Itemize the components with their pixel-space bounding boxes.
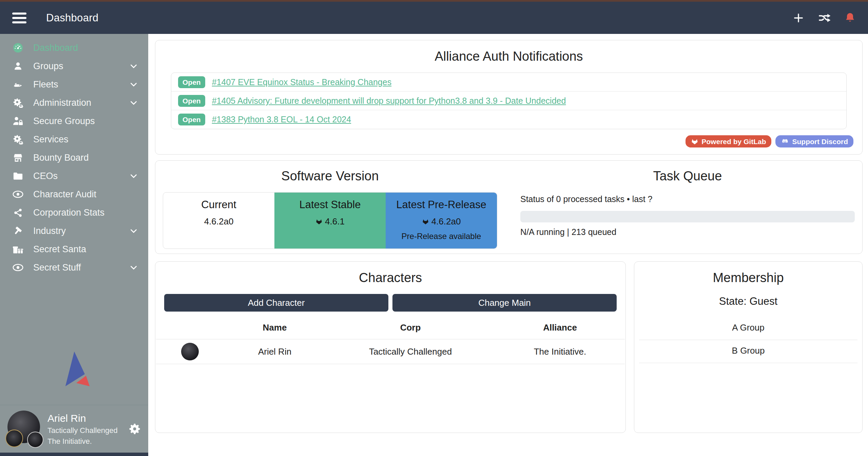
sidebar-item-services[interactable]: Services	[0, 130, 148, 148]
cogs-icon	[10, 98, 26, 108]
discord-icon	[781, 138, 789, 145]
shuffle-icon[interactable]	[818, 12, 831, 24]
sidebar-item-secure-groups[interactable]: Secure Groups	[0, 112, 148, 130]
status-badge: Open	[178, 95, 205, 107]
shuttle-icon	[10, 80, 26, 89]
gitlab-icon	[315, 218, 323, 225]
sidebar-item-secret-santa[interactable]: Secret Santa	[0, 240, 148, 258]
sidebar-item-label: Corporation Stats	[33, 207, 104, 218]
user-corp: Tactically Challenged	[47, 426, 118, 435]
plus-icon[interactable]	[793, 12, 804, 24]
notification-row: Open #1407 EVE Equinox Status - Breaking…	[171, 73, 846, 92]
user-lock-icon	[10, 116, 26, 126]
sidebar-item-dashboard[interactable]: Dashboard	[0, 39, 148, 57]
page-title: Dashboard	[46, 12, 98, 24]
hammer-icon	[10, 226, 26, 236]
characters-panel: Characters Add Character Change Main Nam…	[155, 261, 626, 433]
table-row: Ariel Rin Tactically Challenged The Init…	[156, 339, 625, 364]
notification-link[interactable]: #1407 EVE Equinox Status - Breaking Chan…	[212, 77, 392, 87]
version-prerelease-value: 4.6.2a0	[431, 216, 461, 227]
task-queue-counts: N/A running | 213 queued	[520, 227, 855, 237]
notification-row: Open #1405 Advisory: Future development …	[171, 92, 846, 110]
main-content: Alliance Auth Notifications Open #1407 E…	[148, 34, 868, 456]
avatar	[7, 411, 41, 447]
prerelease-note: Pre-Release available	[386, 232, 497, 241]
column-header-corp: Corp	[326, 320, 495, 339]
sidebar-item-label: Fleets	[33, 79, 58, 90]
character-avatar	[181, 343, 199, 360]
version-stable-label: Latest Stable	[274, 199, 386, 211]
sidebar-item-groups[interactable]: Groups	[0, 57, 148, 75]
characters-table: Name Corp Alliance Ariel Rin Tactically …	[156, 320, 625, 364]
version-current-label: Current	[163, 199, 274, 211]
cogs-icon	[10, 134, 26, 144]
topbar-actions	[793, 12, 856, 24]
sidebar-item-label: Secret Stuff	[33, 262, 81, 273]
sidebar-item-label: Secure Groups	[33, 116, 95, 126]
sidebar-item-fleets[interactable]: Fleets	[0, 75, 148, 94]
chevron-down-icon	[129, 263, 138, 272]
gifts-icon	[10, 244, 26, 254]
sidebar-item-label: Groups	[33, 61, 63, 72]
store-icon	[10, 153, 26, 162]
eye-icon	[10, 263, 26, 272]
column-header-alliance: Alliance	[495, 320, 625, 339]
task-queue-status: Status of 0 processed tasks • last ?	[520, 194, 855, 204]
eye-icon	[10, 190, 26, 199]
version-boxes: Current 4.6.2a0 Latest Stable 4.6.1	[163, 192, 497, 249]
corp-logo-badge	[5, 430, 23, 447]
sidebar-item-secret-stuff[interactable]: Secret Stuff	[0, 258, 148, 277]
sidebar-item-ceos[interactable]: CEOs	[0, 167, 148, 185]
list-item: B Group	[639, 340, 857, 363]
chevron-down-icon	[129, 226, 138, 235]
sidebar-item-corporation-stats[interactable]: Corporation Stats	[0, 203, 148, 222]
sidebar-item-character-audit[interactable]: Character Audit	[0, 185, 148, 203]
user-alliance: The Initiative.	[47, 437, 118, 446]
gitlab-icon	[422, 218, 429, 225]
notification-link[interactable]: #1405 Advisory: Future development will …	[212, 96, 566, 106]
membership-title: Membership	[634, 271, 862, 285]
task-queue-section: Task Queue Status of 0 processed tasks •…	[509, 169, 862, 254]
membership-groups: A Group B Group	[639, 317, 857, 363]
sidebar-item-label: Character Audit	[33, 189, 96, 200]
software-version-section: Software Version Current 4.6.2a0 Latest …	[155, 169, 509, 254]
notification-row: Open #1383 Python 3.8 EOL - 14 Oct 2024	[171, 110, 846, 129]
share-icon	[10, 208, 26, 217]
gitlab-badge[interactable]: Powered by GitLab	[686, 135, 771, 147]
notifications-footer: Powered by GitLab Support Discord	[164, 135, 853, 147]
sidebar-item-label: Industry	[33, 226, 66, 236]
character-name: Ariel Rin	[224, 339, 326, 364]
discord-badge-label: Support Discord	[792, 138, 848, 145]
membership-panel: Membership State: Guest A Group B Group	[634, 261, 863, 433]
software-taskqueue-panel: Software Version Current 4.6.2a0 Latest …	[155, 160, 863, 254]
discord-badge[interactable]: Support Discord	[775, 135, 853, 147]
character-corp: Tactically Challenged	[326, 339, 495, 364]
sidebar-item-label: Services	[33, 134, 69, 145]
user-icon	[10, 61, 26, 71]
change-main-button[interactable]: Change Main	[392, 294, 617, 312]
topbar: Dashboard	[0, 2, 868, 34]
sidebar-item-label: Bounty Board	[33, 153, 89, 163]
sidebar: Dashboard Groups	[0, 34, 148, 456]
add-character-button[interactable]: Add Character	[164, 294, 388, 312]
sidebar-item-bounty-board[interactable]: Bounty Board	[0, 148, 148, 167]
sidebar-nav: Dashboard Groups	[0, 34, 148, 277]
sidebar-item-industry[interactable]: Industry	[0, 222, 148, 240]
task-queue-title: Task Queue	[520, 169, 855, 183]
bell-icon[interactable]	[844, 12, 856, 24]
version-stable-value: 4.6.1	[325, 216, 345, 227]
sidebar-item-label: Administration	[33, 98, 91, 108]
menu-toggle-icon[interactable]	[12, 13, 26, 23]
notification-link[interactable]: #1383 Python 3.8 EOL - 14 Oct 2024	[212, 115, 351, 124]
sidebar-item-administration[interactable]: Administration	[0, 94, 148, 112]
characters-title: Characters	[155, 271, 625, 285]
character-alliance: The Initiative.	[495, 339, 625, 364]
sidebar-bottom-strip	[0, 453, 148, 456]
version-prerelease-box: Latest Pre-Release 4.6.2a0 Pre-Release a…	[386, 193, 497, 249]
version-stable-box: Latest Stable 4.6.1	[274, 193, 386, 249]
user-settings-gear-icon[interactable]	[129, 423, 141, 435]
list-item: A Group	[639, 317, 857, 340]
alliance-auth-logo	[0, 350, 148, 388]
column-header-avatar	[156, 320, 224, 339]
status-badge: Open	[178, 114, 205, 125]
